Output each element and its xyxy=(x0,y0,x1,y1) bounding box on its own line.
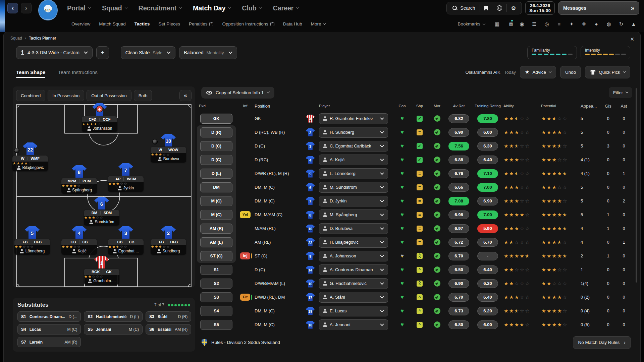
pitch-player-sundstr-m[interactable]: 6DMSDM★★★☆☆Sundström xyxy=(82,197,122,226)
pitch-player-koji[interactable]: 4CBCB★★★☆☆Kojić xyxy=(59,226,99,255)
col-header-potential[interactable]: Potential xyxy=(541,104,581,108)
pkd-button[interactable]: S2 xyxy=(200,279,232,289)
nav-portal[interactable]: Portal xyxy=(67,4,91,12)
player-select[interactable]: M. Sundström xyxy=(319,182,388,193)
no-match-day-rules-button[interactable]: No Match Day Rules › xyxy=(573,336,631,349)
col-header-pkd[interactable]: Pkd xyxy=(197,100,236,112)
pitch-player-sp-ngberg[interactable]: 8MPMPCM★★★★☆Spångberg xyxy=(59,165,99,194)
col-header-ast[interactable]: Ast xyxy=(615,104,632,109)
view-selector[interactable]: Copy of Selection Info 1 xyxy=(201,87,274,99)
pkd-button[interactable]: S3 xyxy=(200,292,232,302)
pitch-player-johansson[interactable]: +CFDOCF★★★★☆Johansson xyxy=(79,103,120,132)
substitute-s4[interactable]: S4LucasM (C) xyxy=(17,324,81,335)
ball-icon[interactable]: ● xyxy=(593,21,599,27)
pkd-button[interactable]: S1 xyxy=(200,265,232,275)
subnav-penalties[interactable]: Penalties xyxy=(189,21,214,26)
subnav-overview[interactable]: Overview xyxy=(71,21,90,26)
pitch-filter-both[interactable]: Both xyxy=(134,90,152,101)
col-header-position[interactable]: Position xyxy=(255,104,304,109)
nav-recruitment[interactable]: Recruitment xyxy=(139,4,181,12)
pitch-player-burubwa[interactable]: 10WWOW★★★☆☆Burubwa xyxy=(148,134,189,163)
close-icon[interactable]: ✕ xyxy=(629,35,636,44)
style-select[interactable]: Clean Slate Style xyxy=(121,46,175,59)
scouting-icon[interactable]: ◎ xyxy=(544,21,550,27)
pkd-button[interactable]: AM (L) xyxy=(200,237,232,247)
pkd-button[interactable]: M (C) xyxy=(200,196,232,206)
calendar-icon[interactable]: ▦ xyxy=(494,21,500,27)
pitch-filter-combined[interactable]: Combined xyxy=(16,90,45,101)
subnav-tactics[interactable]: Tactics xyxy=(135,21,150,26)
match-icon[interactable]: ◉ xyxy=(519,21,525,27)
nav-squad[interactable]: Squad xyxy=(102,4,127,12)
league-table-icon[interactable]: ≡ xyxy=(556,21,562,27)
pitch-player-egombat[interactable]: 3CBCB★★☆★☆☆Egombat ... xyxy=(106,226,146,255)
pitch-player-sundberg[interactable]: 2FBHFB★★☆★☆☆Sundberg xyxy=(148,226,189,255)
quick-pick-button[interactable]: Quick Pick xyxy=(585,66,630,78)
world-button[interactable] xyxy=(492,2,506,14)
col-header-ability[interactable]: Ability xyxy=(503,104,541,108)
finances-icon[interactable]: ▲ xyxy=(631,21,637,27)
player-select[interactable]: A. Kojić xyxy=(319,155,388,165)
subnav-match-squad[interactable]: Match Squad xyxy=(99,21,126,26)
col-header-training-rating[interactable]: Training Rating xyxy=(472,104,503,108)
game-date[interactable]: 26.4.2026 Sun 15:00 xyxy=(525,1,555,15)
player-select[interactable]: G. Hadžiahmetović xyxy=(319,278,388,289)
pkd-button[interactable]: ST (C) xyxy=(200,251,232,261)
pitch-player-jyrkin[interactable]: 7APWCM★★★☆☆Jyrkin xyxy=(106,163,146,192)
col-header-av-rat[interactable]: Av Rat xyxy=(446,104,472,108)
pkd-button[interactable]: D (C) xyxy=(200,155,232,165)
pitch-filter-in-possession[interactable]: In Possession xyxy=(48,90,84,101)
settings-button[interactable]: ⚙ xyxy=(507,2,520,14)
search-button[interactable]: Search xyxy=(448,2,479,14)
squad-icon[interactable]: ✦ xyxy=(569,21,575,27)
bookmarks-dropdown[interactable]: Bookmarks xyxy=(458,21,485,26)
nav-career[interactable]: Career xyxy=(273,4,299,12)
substitute-s5[interactable]: S5JennaniM (C) xyxy=(84,324,143,335)
sync-icon[interactable]: ↻ xyxy=(618,21,624,27)
player-select[interactable]: A. Contreras Dinamarca xyxy=(319,264,388,275)
player-select[interactable]: R. Granholm-Fredriksson xyxy=(319,113,388,124)
substitute-s2[interactable]: S2HadžiahmetovićD (L) xyxy=(84,311,143,322)
player-select[interactable]: L. Lönneberg xyxy=(319,168,388,179)
messages-button[interactable]: Messages » xyxy=(558,1,639,15)
col-header-con[interactable]: Con xyxy=(393,104,411,108)
subnav-data-hub[interactable]: Data Hub xyxy=(283,21,302,26)
training-icon[interactable]: ☰ xyxy=(531,21,537,27)
player-select[interactable]: H. Bilajbegović xyxy=(319,237,388,248)
add-tactic-button[interactable]: + xyxy=(96,46,109,59)
pkd-button[interactable]: S4 xyxy=(200,306,232,316)
nav-match-day[interactable]: Match Day xyxy=(193,4,230,12)
pkd-button[interactable]: D (R) xyxy=(200,127,232,137)
pkd-button[interactable]: S5 xyxy=(200,320,232,330)
pkd-button[interactable]: AM (R) xyxy=(200,224,232,234)
mentality-select[interactable]: Balanced Mentality xyxy=(179,46,237,59)
player-select[interactable]: D. Jyrkin xyxy=(319,196,388,206)
medical-icon[interactable]: ◍ xyxy=(606,21,612,27)
pkd-button[interactable]: M (C) xyxy=(200,210,232,220)
player-select[interactable]: A. Ståhl xyxy=(319,292,388,303)
substitute-s7[interactable]: S7LarsénAM (R) xyxy=(17,337,81,347)
breadcrumb-squad[interactable]: Squad xyxy=(10,36,22,41)
substitute-s3[interactable]: S3StåhlD (R) xyxy=(146,311,191,322)
tab-team-shape[interactable]: Team Shape xyxy=(16,64,45,80)
player-select[interactable]: M. Spångberg xyxy=(319,209,388,220)
subnav-more[interactable]: More xyxy=(311,21,325,26)
tactic-select[interactable]: 1 4-3-3 DM Wide - Custom xyxy=(16,46,93,59)
player-select[interactable]: A. Johansson xyxy=(319,251,388,261)
player-select[interactable]: D. Burubwa xyxy=(319,223,388,234)
col-header-inf[interactable]: Inf xyxy=(236,104,255,108)
pkd-button[interactable]: DM xyxy=(200,182,232,192)
player-select[interactable]: E. Lucas xyxy=(319,306,388,316)
filter-button[interactable]: Filter xyxy=(609,87,632,98)
nav-club[interactable]: Club xyxy=(242,4,261,12)
subnav-opposition-instructions[interactable]: Opposition Instructions xyxy=(222,21,274,26)
pkd-button[interactable]: D (C) xyxy=(200,141,232,151)
player-select[interactable]: A. Jennani xyxy=(319,319,388,330)
pkd-button[interactable]: D (L) xyxy=(200,169,232,179)
tab-team-instructions[interactable]: Team Instructions xyxy=(58,64,98,80)
back-button[interactable]: ‹ xyxy=(7,3,18,13)
substitute-s1[interactable]: S1Contreras Dinam...D (... xyxy=(17,311,81,322)
inbox-icon[interactable]: ▤ xyxy=(506,20,513,28)
pitch-player-granholm[interactable]: 1BGKGK★★☆☆☆Granholm-... xyxy=(82,256,122,285)
bookmark-button[interactable] xyxy=(480,2,492,14)
